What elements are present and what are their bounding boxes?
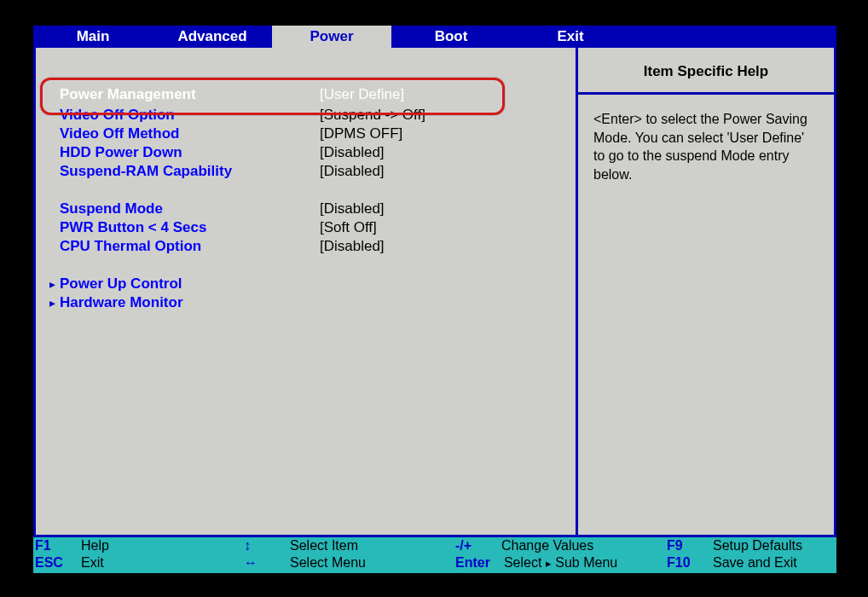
footer-esc: ESC Exit xyxy=(35,554,244,571)
key-esc: ESC xyxy=(35,555,67,571)
key-f1: F1 xyxy=(35,538,67,554)
setting-label: CPU Thermal Option xyxy=(60,238,320,255)
setting-value: [DPMS OFF] xyxy=(320,125,402,142)
content-area: Power Management [User Define] Video Off… xyxy=(33,48,836,537)
tab-boot[interactable]: Boot xyxy=(391,26,511,48)
help-panel: Item Specific Help <Enter> to select the… xyxy=(576,48,834,535)
submenu-label: Hardware Monitor xyxy=(60,294,320,311)
bios-window: Main Advanced Power Boot Exit Power Mana… xyxy=(33,26,836,573)
setting-video-off-method[interactable]: Video Off Method [DPMS OFF] xyxy=(44,125,558,143)
tab-exit[interactable]: Exit xyxy=(511,26,630,48)
footer-updown: ↕ Select Item xyxy=(244,537,455,554)
tab-advanced[interactable]: Advanced xyxy=(153,26,272,48)
setting-label: Video Off Method xyxy=(60,125,320,142)
submenu-power-up-control[interactable]: ▸ Power Up Control xyxy=(44,275,558,293)
plusminus-text: Change Values xyxy=(501,538,593,554)
key-plusminus: -/+ xyxy=(455,538,488,554)
enter-text: Select ▸ Sub Menu xyxy=(504,555,617,571)
setting-value: [Soft Off] xyxy=(320,219,377,236)
help-title: Item Specific Help xyxy=(578,48,834,95)
tab-power[interactable]: Power xyxy=(272,26,391,48)
key-f10-text: Save and Exit xyxy=(713,555,797,571)
setting-value: [Disabled] xyxy=(320,200,385,217)
setting-label: Suspend Mode xyxy=(60,200,320,217)
submenu-arrow-icon: ▸ xyxy=(44,277,60,291)
updown-text: Select Item xyxy=(290,538,358,554)
setting-value: [Suspend -> Off] xyxy=(320,107,425,124)
setting-power-management[interactable]: Power Management [User Define] xyxy=(44,85,558,104)
setting-label: HDD Power Down xyxy=(60,144,320,161)
setting-value: [Disabled] xyxy=(320,238,385,255)
leftright-icon: ↔ xyxy=(244,555,276,571)
footer-enter: Enter Select ▸ Sub Menu xyxy=(455,554,667,571)
leftright-text: Select Menu xyxy=(290,555,366,571)
setting-hdd-power-down[interactable]: HDD Power Down [Disabled] xyxy=(44,143,558,162)
submenu-arrow-icon: ▸ xyxy=(44,296,60,310)
setting-suspend-mode[interactable]: Suspend Mode [Disabled] xyxy=(44,200,558,218)
footer-plusminus: -/+ Change Values xyxy=(455,537,667,554)
submenu-hardware-monitor[interactable]: ▸ Hardware Monitor xyxy=(44,293,558,312)
setting-label: Power Management xyxy=(60,86,320,103)
setting-pwr-button[interactable]: PWR Button < 4 Secs [Soft Off] xyxy=(44,218,558,237)
setting-label: Suspend-RAM Capability xyxy=(60,163,320,180)
setting-cpu-thermal[interactable]: CPU Thermal Option [Disabled] xyxy=(44,237,558,256)
footer-leftright: ↔ Select Menu xyxy=(244,554,455,571)
footer-keybar: F1 Help ↕ Select Item -/+ Change Values … xyxy=(33,537,836,573)
setting-label: PWR Button < 4 Secs xyxy=(60,219,320,236)
setting-video-off-option[interactable]: Video Off Option [Suspend -> Off] xyxy=(44,106,558,125)
updown-icon: ↕ xyxy=(244,538,276,554)
settings-panel: Power Management [User Define] Video Off… xyxy=(36,48,576,535)
setting-suspend-ram[interactable]: Suspend-RAM Capability [Disabled] xyxy=(44,162,558,181)
submenu-arrow-icon: ▸ xyxy=(546,557,552,570)
setting-value: [User Define] xyxy=(320,86,404,103)
key-f1-text: Help xyxy=(81,538,109,554)
tab-main[interactable]: Main xyxy=(33,26,153,48)
setting-label: Video Off Option xyxy=(60,107,320,124)
key-esc-text: Exit xyxy=(81,555,104,571)
key-f9-text: Setup Defaults xyxy=(713,538,802,554)
key-enter: Enter xyxy=(455,555,490,571)
footer-f9: F9 Setup Defaults xyxy=(667,537,835,554)
footer-f1: F1 Help xyxy=(35,537,244,554)
help-body: <Enter> to select the Power Saving Mode.… xyxy=(578,95,834,199)
setting-value: [Disabled] xyxy=(320,144,385,161)
tab-bar: Main Advanced Power Boot Exit xyxy=(33,26,836,48)
key-f10: F10 xyxy=(667,555,699,571)
footer-f10: F10 Save and Exit xyxy=(667,554,835,571)
submenu-label: Power Up Control xyxy=(60,275,320,293)
key-f9: F9 xyxy=(667,538,699,554)
setting-value: [Disabled] xyxy=(320,163,385,180)
